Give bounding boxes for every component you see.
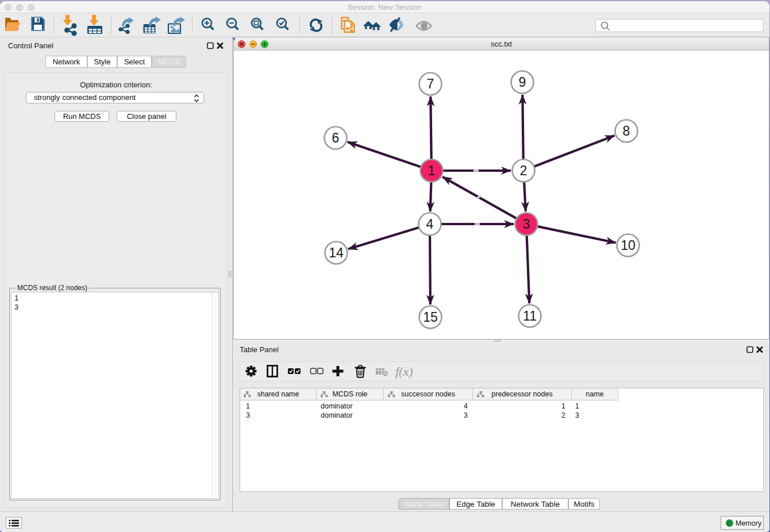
svg-text:3: 3	[523, 217, 530, 232]
svg-text:4: 4	[426, 217, 434, 232]
svg-text:1: 1	[428, 163, 436, 178]
svg-text:8: 8	[623, 124, 630, 138]
svg-text:f(x): f(x)	[395, 364, 413, 379]
svg-text:10: 10	[621, 238, 636, 253]
svg-text:7: 7	[427, 76, 434, 91]
svg-text:15: 15	[423, 310, 438, 325]
svg-text:9: 9	[519, 75, 526, 90]
svg-text:14: 14	[329, 245, 344, 260]
svg-text:6: 6	[332, 130, 340, 145]
svg-text:11: 11	[523, 309, 537, 323]
svg-text:2: 2	[520, 163, 528, 178]
